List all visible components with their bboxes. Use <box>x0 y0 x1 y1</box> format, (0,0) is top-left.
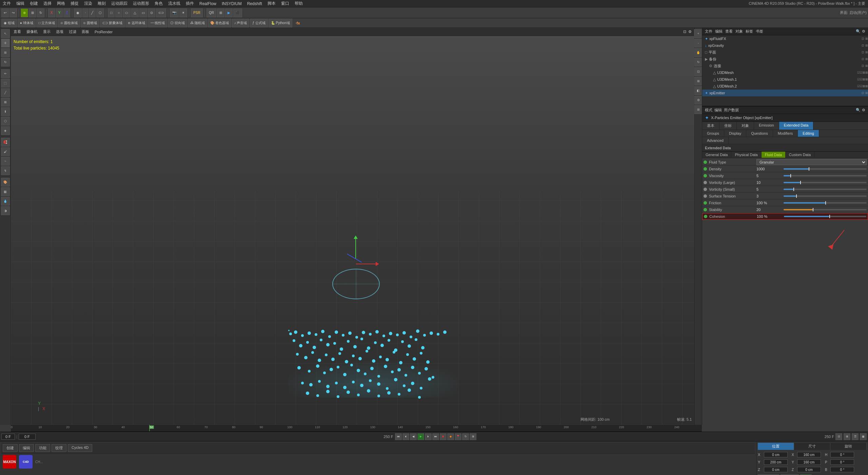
view-btn-frame-sel[interactable]: ⊞ <box>694 77 703 86</box>
toolbar-render[interactable]: ▶ <box>225 8 233 17</box>
toolbar-psr[interactable]: PSR <box>191 8 203 17</box>
tab-basic[interactable]: 基本 <box>702 122 719 130</box>
vorticity-large-slider[interactable] <box>784 182 867 183</box>
toolbar-mode-sphere[interactable]: ◉ 组域 <box>1 19 17 27</box>
toolbar-y-axis[interactable]: Y <box>56 8 63 17</box>
toolbar-mode-python[interactable]: 🐍 Python域 <box>269 19 292 27</box>
subtab-fluid[interactable]: Fluid Data <box>762 152 786 158</box>
viewport-maximize[interactable]: ⊡ <box>683 30 686 34</box>
menu-character[interactable]: 角色 <box>155 1 163 6</box>
cohesion-slider[interactable] <box>784 216 866 217</box>
coord-z-pos[interactable] <box>764 467 788 472</box>
scene-item-plane[interactable]: □ 平面 ⊡ ⊞ <box>702 49 868 56</box>
menu-window[interactable]: 窗口 <box>281 1 289 6</box>
toolbar-scale[interactable]: ⊞ <box>29 8 36 17</box>
transport-record-scale[interactable]: ⊞ <box>470 433 476 440</box>
menu-motion-track[interactable]: 运动跟踪 <box>111 1 127 6</box>
tool-weld[interactable]: ◈ <box>1 126 10 135</box>
props-btn-settings[interactable]: ⚙ <box>862 108 865 112</box>
transport-play-back[interactable]: ◀ <box>410 433 417 440</box>
coord-x-pos[interactable] <box>764 452 788 457</box>
coord-x-size[interactable] <box>797 452 821 457</box>
view-menu-prorender[interactable]: ProRender <box>95 30 113 34</box>
toolbar-mode-color[interactable]: 🎨 着色器域 <box>208 19 231 27</box>
bottom-tab-create[interactable]: 创建 <box>3 444 18 452</box>
tool-select[interactable]: ↖ <box>1 29 10 38</box>
tool-knife[interactable]: ╱ <box>1 88 10 97</box>
view-menu-panel[interactable]: 面板 <box>82 29 89 34</box>
toolbar-mode-capsule[interactable]: ⊂⊃ 胶囊体域 <box>100 19 125 27</box>
view-btn-zoom-out[interactable]: - <box>694 39 703 48</box>
view-btn-zoom-in[interactable]: + <box>694 29 703 38</box>
toolbar-undo[interactable]: ↩ <box>1 8 9 17</box>
props-menu-userdata[interactable]: 用户数据 <box>724 108 739 113</box>
toolbar-x-axis[interactable]: X <box>48 8 55 17</box>
bottom-tab-texture[interactable]: 纹理 <box>52 444 66 452</box>
view-btn-grid[interactable]: ⊞ <box>694 105 703 114</box>
tool-bridge[interactable]: ⊠ <box>1 98 10 107</box>
toolbar-capsule[interactable]: ⊂⊃ <box>156 8 166 17</box>
menu-pipeline[interactable]: 流水线 <box>168 1 180 6</box>
view-menu-options[interactable]: 选项 <box>56 29 63 34</box>
tab-groups[interactable]: Groups <box>702 130 724 137</box>
view-menu-camera[interactable]: 摄像机 <box>26 29 38 34</box>
tool-loop-cut[interactable]: ⬚ <box>1 79 10 88</box>
toolbar-camera[interactable]: 📷 <box>170 8 179 17</box>
toolbar-z-axis[interactable]: Z <box>63 8 70 17</box>
vorticity-small-slider[interactable] <box>784 189 867 190</box>
tab-advanced[interactable]: Advanced <box>702 137 729 144</box>
tool-extrude[interactable]: ⬆ <box>1 107 10 116</box>
toolbar-light[interactable]: ☀ <box>179 8 187 17</box>
viscosity-slider[interactable] <box>784 175 867 176</box>
transport-step-fwd[interactable]: ⏵ <box>425 433 432 440</box>
coords-tab-size[interactable]: 尺寸 <box>794 443 830 450</box>
toolbar-cylinder[interactable]: ⬭ <box>123 8 131 17</box>
toolbar-mode-ball[interactable]: ● 球体域 <box>18 19 36 27</box>
view-btn-pan[interactable]: ✋ <box>694 48 703 57</box>
tab-emission[interactable]: Emission <box>754 122 779 130</box>
density-slider[interactable] <box>784 168 867 170</box>
scene-menu-view[interactable]: 查看 <box>725 29 733 34</box>
scene-item-xpgravity[interactable]: ↓ xpGravity ⊡ ⊞ <box>702 42 868 49</box>
view-menu-look[interactable]: 直看 <box>14 29 21 34</box>
tool-twist[interactable]: ↯ <box>1 166 10 175</box>
menu-snap[interactable]: 捕捉 <box>71 1 79 6</box>
toolbar-mode-formula[interactable]: ƒ 公式域 <box>250 19 268 27</box>
view-menu-display[interactable]: 显示 <box>43 29 51 34</box>
scene-item-backup[interactable]: ▶ 备份 ⊡ ⊞ <box>702 56 868 62</box>
transport-record-pos[interactable]: 📍 <box>455 433 461 440</box>
tool-gradient[interactable]: ▦ <box>1 187 10 196</box>
bottom-tab-function[interactable]: 功能 <box>35 444 50 452</box>
transport-keyframe[interactable]: ◆ <box>447 433 454 440</box>
viewport-settings[interactable]: ⚙ <box>688 30 692 34</box>
transport-extra-4[interactable]: ▦ <box>860 433 867 440</box>
stability-slider[interactable] <box>784 209 867 210</box>
scene-item-xpfluidfx[interactable]: ✦ xpFluidFX ⊡ ⊞ <box>702 35 868 42</box>
tool-material[interactable]: ◑ <box>1 206 10 215</box>
props-btn-search[interactable]: 🔍 <box>856 108 861 112</box>
friction-slider[interactable] <box>784 202 867 204</box>
bottom-tab-edit[interactable]: 编辑 <box>19 444 34 452</box>
menu-render[interactable]: 渲染 <box>84 1 92 6</box>
menu-mograph[interactable]: 运动图形 <box>133 1 149 6</box>
coord-h-rot[interactable] <box>830 452 854 457</box>
tab-extended-data[interactable]: Extended Data <box>779 122 814 130</box>
coord-y-pos[interactable] <box>764 459 788 465</box>
toolbar-mode-radial[interactable]: ◎ 径向域 <box>168 19 187 27</box>
toolbar-plane[interactable]: ▭ <box>139 8 147 17</box>
transport-step-back[interactable]: ⏴ <box>402 433 409 440</box>
menu-mesh[interactable]: 网格 <box>57 1 65 6</box>
toolbar-mode-far[interactable]: ⊕ 远环体域 <box>125 19 147 27</box>
tab-display[interactable]: Display <box>724 130 746 137</box>
toolbar-torus[interactable]: ⊙ <box>148 8 155 17</box>
menu-realflow[interactable]: RealFlow <box>199 1 216 6</box>
transport-go-start[interactable]: ⏮ <box>395 433 402 440</box>
viewport-canvas[interactable]: Number of emitters: 1 Total live particl… <box>11 36 694 425</box>
toolbar-sphere[interactable]: ○ <box>115 8 122 17</box>
scene-item-u3dmesh[interactable]: △ U3DMesh ☑☑⊠⊠ <box>702 69 868 76</box>
subtab-general[interactable]: General Data <box>702 152 731 158</box>
scene-menu-bookmark[interactable]: 书签 <box>756 29 763 34</box>
tool-rotate[interactable]: ↻ <box>1 58 10 66</box>
transport-record[interactable]: ⏺ <box>440 433 447 440</box>
menu-script[interactable]: 脚本 <box>268 1 276 6</box>
